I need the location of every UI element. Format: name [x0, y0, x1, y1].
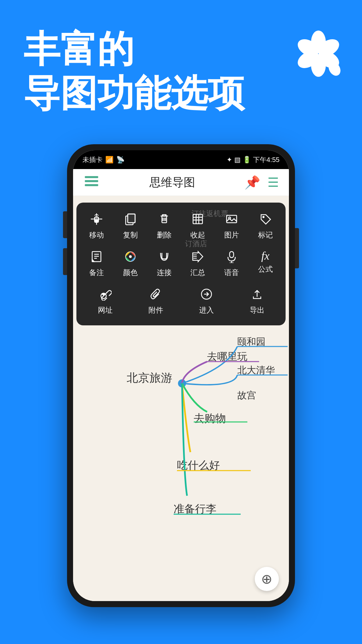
menu-item-delete[interactable]: 删除 [147, 209, 181, 244]
connect-label: 连接 [157, 268, 172, 278]
collapse-icon [191, 213, 204, 227]
header-area: 丰富的 导图功能选项 [23, 27, 339, 115]
app-logo [295, 30, 342, 77]
svg-rect-39 [230, 252, 234, 258]
summary-icon [191, 250, 204, 265]
bluetooth-icon: ✦ [227, 156, 232, 164]
svg-text:故宫: 故宫 [237, 390, 256, 400]
app-bar: 思维导图 📌 ☰ [73, 169, 289, 196]
menu-item-note[interactable]: 备注 [80, 247, 114, 281]
svg-rect-7 [85, 176, 98, 178]
menu-item-copy[interactable]: 复制 [114, 209, 147, 244]
attachment-icon [149, 288, 162, 303]
status-right: ✦ ▧ 🔋 下午4:55 [227, 155, 280, 164]
header-title: 丰富的 导图功能选项 [23, 27, 339, 115]
connect-icon [158, 250, 171, 265]
summary-label: 汇总 [190, 268, 205, 278]
formula-icon: fx [261, 250, 269, 262]
copy-label: 复制 [123, 230, 138, 240]
wifi-icon: 📡 [116, 156, 125, 164]
power-button [295, 228, 299, 268]
menu-item-enter[interactable]: 进入 [188, 284, 225, 319]
zoom-icon: ⊕ [261, 571, 273, 587]
context-menu: 移动 复制 [76, 203, 286, 325]
color-label: 颜色 [123, 268, 138, 278]
menu-item-summary[interactable]: 汇总 [181, 247, 215, 281]
menu-row-2: 备注 [80, 247, 282, 281]
time-display: 下午4:55 [253, 155, 280, 164]
export-icon [251, 288, 263, 303]
zoom-button[interactable]: ⊕ [255, 567, 279, 591]
collapse-label: 收起 [190, 230, 205, 240]
menu-icon[interactable]: ☰ [267, 175, 279, 190]
svg-rect-12 [128, 214, 135, 223]
app-title: 思维导图 [149, 175, 195, 190]
enter-icon [200, 288, 213, 303]
image-label: 图片 [224, 230, 239, 240]
app-bar-right: 📌 ☰ [244, 175, 279, 190]
menu-item-image[interactable]: 图片 [215, 209, 249, 244]
svg-point-35 [129, 255, 132, 258]
svg-text:准备行李: 准备行李 [174, 503, 217, 515]
delete-label: 删除 [157, 230, 172, 240]
signal-icon: 📶 [105, 156, 114, 164]
move-label: 移动 [89, 230, 104, 240]
menu-item-collapse[interactable]: 收起 [181, 209, 215, 244]
layers-icon[interactable] [83, 173, 100, 192]
menu-item-tag[interactable]: 标记 [248, 209, 282, 244]
url-icon [99, 288, 112, 303]
status-left: 未插卡 📶 📡 [82, 155, 125, 164]
voice-label: 语音 [224, 268, 239, 278]
svg-text:吃什么好: 吃什么好 [177, 459, 220, 471]
color-icon [124, 250, 137, 265]
menu-item-move[interactable]: 移动 [80, 209, 114, 244]
image-icon [225, 213, 238, 227]
menu-item-color[interactable]: 颜色 [114, 247, 147, 281]
tag-icon [259, 213, 272, 227]
formula-label: 公式 [258, 264, 273, 274]
menu-item-attachment[interactable]: 附件 [137, 284, 174, 319]
url-label: 网址 [98, 305, 113, 315]
note-label: 备注 [89, 268, 104, 278]
svg-text:北大清华: 北大清华 [237, 365, 275, 375]
menu-item-url[interactable]: 网址 [87, 284, 124, 319]
volume-up-button [63, 211, 67, 238]
svg-rect-22 [193, 214, 202, 224]
copy-icon [124, 213, 137, 227]
menu-item-connect[interactable]: 连接 [147, 247, 181, 281]
svg-text:去购物: 去购物 [194, 412, 226, 424]
svg-rect-27 [227, 215, 237, 223]
battery-icon: 🔋 [243, 156, 251, 164]
attachment-label: 附件 [148, 305, 163, 315]
svg-point-29 [263, 216, 264, 218]
title-line1: 丰富的 [23, 27, 339, 71]
content-area: 移动 复制 [73, 196, 289, 601]
menu-item-formula[interactable]: fx 公式 [248, 247, 282, 281]
svg-rect-9 [85, 184, 98, 186]
move-icon [90, 213, 103, 227]
phone-screen: 未插卡 📶 📡 ✦ ▧ 🔋 下午4:55 [73, 150, 289, 601]
menu-item-export[interactable]: 导出 [239, 284, 276, 319]
svg-text:北京旅游: 北京旅游 [127, 371, 172, 384]
carrier-text: 未插卡 [82, 155, 103, 164]
enter-label: 进入 [199, 305, 214, 315]
menu-item-voice[interactable]: 语音 [215, 247, 249, 281]
notch [151, 150, 211, 160]
title-line2: 导图功能选项 [23, 71, 339, 115]
voice-icon [225, 250, 238, 265]
menu-row-3: 网址 附件 [80, 284, 282, 319]
volume-down-button [63, 248, 67, 275]
pin-icon[interactable]: 📌 [244, 175, 260, 190]
export-label: 导出 [250, 305, 264, 315]
delete-icon [158, 213, 171, 227]
phone-mockup: 未插卡 📶 📡 ✦ ▧ 🔋 下午4:55 [67, 144, 295, 607]
svg-rect-8 [85, 180, 98, 182]
vibrate-icon: ▧ [234, 156, 241, 164]
tag-label: 标记 [258, 230, 273, 240]
menu-row-1: 移动 复制 [80, 209, 282, 244]
svg-text:颐和园: 颐和园 [237, 336, 265, 347]
note-icon [90, 250, 103, 265]
phone-outer: 未插卡 📶 📡 ✦ ▧ 🔋 下午4:55 [67, 144, 295, 607]
